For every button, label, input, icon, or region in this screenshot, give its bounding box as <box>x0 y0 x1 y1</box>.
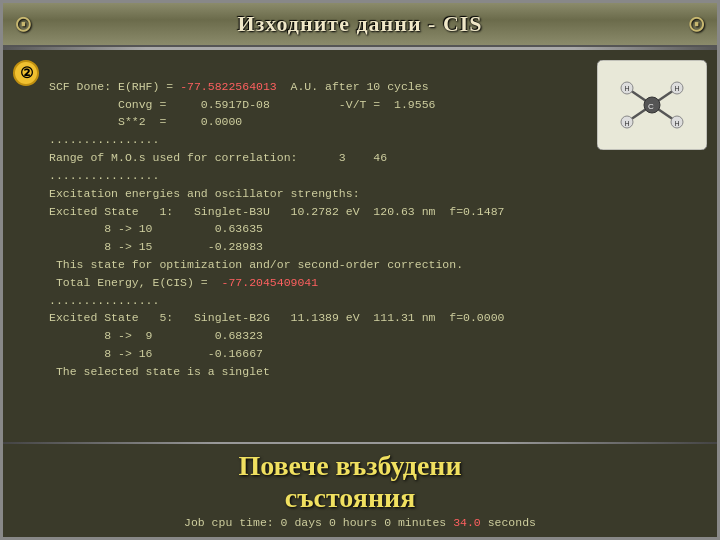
job-line: Job cpu time: 0 days 0 hours 0 minutes 3… <box>13 516 707 529</box>
big-text-line1: Повече възбудени <box>238 450 461 481</box>
code-line-range: Range of M.O.s used for correlation: 3 4… <box>49 151 387 164</box>
code-line-trans2: 8 -> 15 -0.28983 <box>49 240 263 253</box>
code-line-state1: Excited State 1: Singlet-B3U 10.2782 eV … <box>49 205 504 218</box>
code-line-scf-prefix: SCF Done: E(RHF) = <box>49 80 180 93</box>
big-text-line2: състояния <box>285 482 416 513</box>
code-line-totalenergy-prefix: Total Energy, E(CIS) = <box>49 276 222 289</box>
big-text-label: Повече възбудени състояния <box>13 450 707 514</box>
code-line-dots1: ................ <box>49 133 159 146</box>
code-line-dots3: ................ <box>49 294 159 307</box>
job-line-prefix: Job cpu time: 0 days 0 hours 0 minutes <box>184 516 453 529</box>
svg-text:H: H <box>624 120 629 127</box>
bottom-section: Повече възбудени състояния Job cpu time:… <box>3 446 717 537</box>
code-line-trans3: 8 -> 9 0.68323 <box>49 329 263 342</box>
step-badge: ② <box>13 60 39 86</box>
code-line-thisstate: This state for optimization and/or secon… <box>49 258 463 271</box>
code-line-trans4: 8 -> 16 -0.16667 <box>49 347 263 360</box>
svg-text:H: H <box>674 85 679 92</box>
molecule-image: C H H H H <box>597 60 707 150</box>
code-line-scf-value: -77.5822564013 <box>180 80 277 93</box>
job-line-suffix: seconds <box>481 516 536 529</box>
code-line-totalenergy-value: -77.2045409041 <box>222 276 319 289</box>
code-line-s2: S**2 = 0.0000 <box>49 115 242 128</box>
ornament-right-icon: ⊙ <box>688 7 705 41</box>
code-line-scf-suffix: A.U. after 10 cycles <box>277 80 429 93</box>
code-line-convg: Convg = 0.5917D-08 -V/T = 1.9556 <box>49 98 435 111</box>
code-line-selected: The selected state is a singlet <box>49 365 270 378</box>
svg-text:H: H <box>624 85 629 92</box>
main-window: ⊙ Изходните данни - CIS ⊙ ② <box>0 0 720 540</box>
content-area: ② C H H H <box>3 50 717 440</box>
svg-text:H: H <box>674 120 679 127</box>
code-line-trans1: 8 -> 10 0.63635 <box>49 222 263 235</box>
job-line-seconds: 34.0 <box>453 516 481 529</box>
bottom-separator <box>3 442 717 444</box>
ornament-left-icon: ⊙ <box>15 7 32 41</box>
code-line-state5: Excited State 5: Singlet-B2G 11.1389 eV … <box>49 311 504 324</box>
code-line-dots2: ................ <box>49 169 159 182</box>
code-line-excitation: Excitation energies and oscillator stren… <box>49 187 360 200</box>
window-title: Изходните данни - CIS <box>237 11 482 37</box>
svg-text:C: C <box>648 102 654 111</box>
title-bar: ⊙ Изходните данни - CIS ⊙ <box>3 3 717 47</box>
